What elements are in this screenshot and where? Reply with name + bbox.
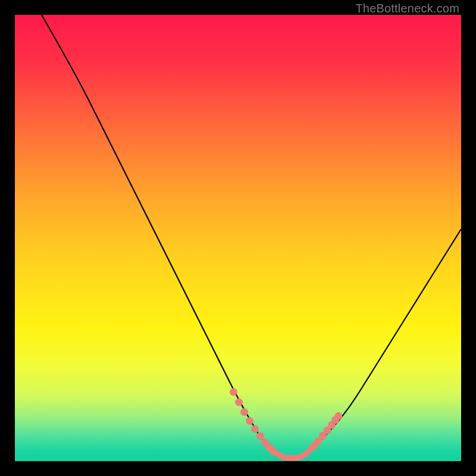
highlight-marker [334, 412, 342, 420]
highlight-marker [246, 417, 253, 425]
highlight-marker [240, 408, 248, 416]
highlight-marker [251, 425, 259, 433]
watermark-text: TheBottleneck.com [355, 2, 459, 15]
highlight-marker [256, 433, 264, 440]
highlight-marker [230, 388, 237, 396]
chart-background [15, 15, 461, 461]
chart-frame [15, 15, 461, 461]
chart-plot [15, 15, 461, 461]
highlight-marker [235, 399, 243, 406]
highlight-marker [307, 446, 314, 453]
